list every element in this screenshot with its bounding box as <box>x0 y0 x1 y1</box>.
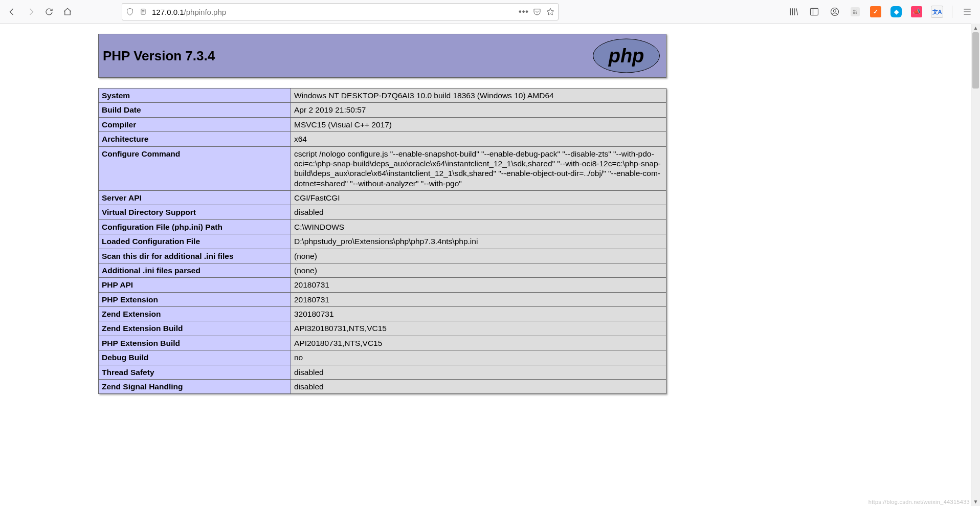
arrow-left-icon <box>8 7 17 16</box>
info-value: 20180731 <box>291 292 666 306</box>
info-key: Build Date <box>99 103 291 117</box>
info-value: no <box>291 350 666 365</box>
info-key: Zend Extension Build <box>99 321 291 336</box>
address-bar[interactable]: 127.0.0.1/phpinfo.php ••• <box>122 3 559 20</box>
info-key: Configure Command <box>99 146 291 191</box>
info-value: disabled <box>291 205 666 219</box>
info-key: Virtual Directory Support <box>99 205 291 219</box>
info-value: 20180731 <box>291 278 666 292</box>
info-value: (none) <box>291 263 666 277</box>
table-row: Zend Extension320180731 <box>99 307 666 321</box>
reload-button[interactable] <box>41 4 57 20</box>
table-row: PHP Extension BuildAPI20180731,NTS,VC15 <box>99 336 666 350</box>
page-info-icon[interactable] <box>139 7 148 16</box>
forward-button <box>23 4 39 20</box>
svg-point-3 <box>834 10 836 12</box>
info-value: CGI/FastCGI <box>291 191 666 205</box>
scroll-down-button[interactable]: ▼ <box>971 497 980 506</box>
info-value: 320180731 <box>291 307 666 321</box>
svg-text:php: php <box>608 45 644 67</box>
scroll-thumb[interactable] <box>972 32 979 89</box>
pocket-icon[interactable] <box>532 7 542 16</box>
info-value: API20180731,NTS,VC15 <box>291 336 666 350</box>
info-value: cscript /nologo configure.js "--enable-s… <box>291 146 666 191</box>
table-row: Thread Safetydisabled <box>99 365 666 379</box>
bookmark-star-icon[interactable] <box>546 7 555 16</box>
info-value: D:\phpstudy_pro\Extensions\php\php7.3.4n… <box>291 234 666 249</box>
php-logo: php <box>592 38 661 74</box>
table-row: Debug Buildno <box>99 350 666 365</box>
extension-pink[interactable]: 📣 <box>910 5 923 18</box>
info-key: Additional .ini files parsed <box>99 263 291 277</box>
reload-icon <box>44 7 54 16</box>
extension-blue[interactable]: ◆ <box>889 5 903 18</box>
phpinfo-table-body: SystemWindows NT DESKTOP-D7Q6AI3 10.0 bu… <box>99 89 666 394</box>
scroll-up-button[interactable]: ▲ <box>971 24 980 32</box>
hamburger-menu[interactable] <box>961 5 974 18</box>
table-row: Zend Signal Handlingdisabled <box>99 379 666 393</box>
viewport: PHP Version 7.3.4 php SystemWindows NT D… <box>0 24 980 506</box>
phpinfo-table: SystemWindows NT DESKTOP-D7Q6AI3 10.0 bu… <box>98 88 666 394</box>
table-row: CompilerMSVC15 (Visual C++ 2017) <box>99 117 666 131</box>
page-actions-icon[interactable]: ••• <box>519 7 528 16</box>
tracking-shield-icon[interactable] <box>125 7 135 16</box>
extension-orange[interactable]: ✓ <box>869 5 882 18</box>
info-value: Windows NT DESKTOP-D7Q6AI3 10.0 build 18… <box>291 89 666 103</box>
info-key: Architecture <box>99 132 291 146</box>
table-row: Build DateApr 2 2019 21:50:57 <box>99 103 666 117</box>
table-row: Additional .ini files parsed(none) <box>99 263 666 277</box>
info-key: Zend Extension <box>99 307 291 321</box>
home-button[interactable] <box>59 4 76 20</box>
info-value: (none) <box>291 249 666 263</box>
info-value: API320180731,NTS,VC15 <box>291 321 666 336</box>
info-key: Server API <box>99 191 291 205</box>
info-value: disabled <box>291 365 666 379</box>
svg-rect-1 <box>811 8 818 15</box>
sidebars-icon[interactable] <box>808 5 821 18</box>
arrow-right-icon <box>26 7 35 16</box>
info-key: Scan this dir for additional .ini files <box>99 249 291 263</box>
table-row: PHP Extension20180731 <box>99 292 666 306</box>
info-key: PHP Extension Build <box>99 336 291 350</box>
extension-grid-icon[interactable] <box>849 5 862 18</box>
info-key: Loaded Configuration File <box>99 234 291 249</box>
table-row: SystemWindows NT DESKTOP-D7Q6AI3 10.0 bu… <box>99 89 666 103</box>
info-key: PHP API <box>99 278 291 292</box>
table-row: Virtual Directory Supportdisabled <box>99 205 666 219</box>
table-row: Loaded Configuration FileD:\phpstudy_pro… <box>99 234 666 249</box>
url-display: 127.0.0.1/phpinfo.php <box>152 8 515 16</box>
phpinfo-header: PHP Version 7.3.4 php <box>98 34 666 78</box>
watermark: https://blog.csdn.net/weixin_44315433 <box>868 499 970 505</box>
info-key: Thread Safety <box>99 365 291 379</box>
toolbar-right-icons: ✓ ◆ 📣 文A <box>787 5 977 18</box>
info-value: Apr 2 2019 21:50:57 <box>291 103 666 117</box>
home-icon <box>63 7 72 16</box>
url-host: 127.0.0.1 <box>152 8 184 16</box>
info-value: x64 <box>291 132 666 146</box>
info-key: System <box>99 89 291 103</box>
extension-translate[interactable]: 文A <box>930 5 944 18</box>
table-row: PHP API20180731 <box>99 278 666 292</box>
info-key: Compiler <box>99 117 291 131</box>
page-content: PHP Version 7.3.4 php SystemWindows NT D… <box>0 24 863 394</box>
table-row: Zend Extension BuildAPI320180731,NTS,VC1… <box>99 321 666 336</box>
back-button[interactable] <box>4 4 20 20</box>
info-key: Zend Signal Handling <box>99 379 291 393</box>
vertical-scrollbar[interactable]: ▲ ▼ <box>971 24 980 506</box>
library-icon[interactable] <box>787 5 800 18</box>
browser-toolbar: 127.0.0.1/phpinfo.php ••• ✓ ◆ 📣 文A <box>0 0 980 24</box>
info-key: PHP Extension <box>99 292 291 306</box>
table-row: Architecturex64 <box>99 132 666 146</box>
account-icon[interactable] <box>828 5 841 18</box>
nav-button-group <box>3 4 76 20</box>
info-value: C:\WINDOWS <box>291 219 666 234</box>
info-value: MSVC15 (Visual C++ 2017) <box>291 117 666 131</box>
toolbar-separator <box>952 6 952 18</box>
info-key: Configuration File (php.ini) Path <box>99 219 291 234</box>
info-value: disabled <box>291 379 666 393</box>
table-row: Scan this dir for additional .ini files(… <box>99 249 666 263</box>
table-row: Configuration File (php.ini) PathC:\WIND… <box>99 219 666 234</box>
info-key: Debug Build <box>99 350 291 365</box>
url-path: /phpinfo.php <box>184 8 227 16</box>
table-row: Configure Commandcscript /nologo configu… <box>99 146 666 191</box>
